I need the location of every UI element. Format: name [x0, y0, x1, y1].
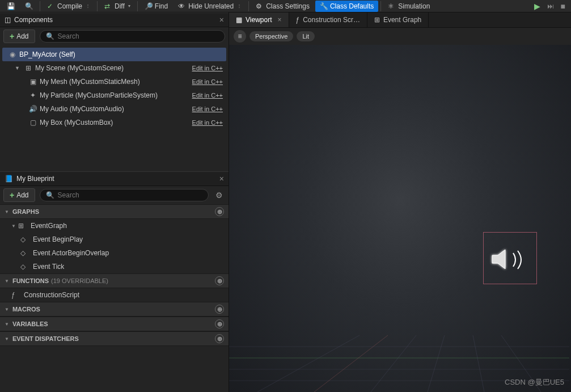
tab-construction[interactable]: ƒ Construction Scr… — [289, 12, 367, 27]
compile-button[interactable]: ✓ Compile ⋮ — [43, 1, 95, 12]
component-row[interactable]: ▣ My Mesh (MyCustomStaticMesh) Edit in C… — [2, 75, 226, 88]
add-blueprint-button[interactable]: + Add — [3, 188, 35, 202]
play-button[interactable]: ▶ — [531, 2, 544, 11]
tab-viewport[interactable]: ▦ Viewport × — [229, 12, 289, 27]
chevron-down-icon[interactable]: ⋮ — [86, 3, 90, 9]
add-graph-button[interactable]: ⊕ — [215, 207, 224, 216]
search-input[interactable] — [58, 32, 219, 40]
section-label: FUNCTIONS — [12, 277, 49, 284]
component-row[interactable]: ▼ ⊞ My Scene (MyCustomScene) Edit in C++ — [2, 61, 226, 75]
browse-button[interactable]: 🔍 — [20, 1, 37, 12]
edit-cpp-link[interactable]: Edit in C++ — [192, 106, 223, 112]
expand-icon[interactable]: ▼ — [5, 307, 9, 312]
eventgraph-row[interactable]: ▼ ⊞ EventGraph — [0, 219, 229, 233]
myblueprint-title: My Blueprint — [16, 175, 54, 183]
event-row[interactable]: ◇Event Tick — [0, 260, 229, 273]
tab-label: Event Graph — [383, 16, 421, 24]
blueprint-icon: 📘 — [5, 175, 13, 183]
hide-unrelated-label: Hide Unrelated — [188, 2, 234, 10]
constructionscript-row[interactable]: ƒ ConstructionScript — [0, 288, 229, 302]
find-icon: 🔎 — [145, 2, 153, 10]
audio-component-gizmo[interactable] — [483, 232, 537, 284]
simulation-button[interactable]: ⚛ Simulation — [383, 1, 434, 12]
chevron-down-icon[interactable]: ▾ — [128, 3, 130, 9]
edit-cpp-link[interactable]: Edit in C++ — [192, 78, 223, 85]
expand-icon[interactable]: ▼ — [5, 336, 9, 342]
expand-icon[interactable]: ▼ — [15, 65, 22, 71]
diff-button[interactable]: ⇄ Diff ▾ — [100, 1, 135, 12]
compile-label: Compile — [57, 2, 82, 10]
component-name: My Scene (MyCustomScene) — [35, 64, 192, 72]
add-label: Add — [16, 191, 28, 199]
constructionscript-label: ConstructionScript — [24, 291, 79, 299]
class-defaults-label: Class Defaults — [330, 2, 374, 10]
edit-cpp-link[interactable]: Edit in C++ — [192, 92, 223, 99]
graphs-section[interactable]: ▼ GRAPHS ⊕ — [0, 204, 229, 219]
edit-cpp-link[interactable]: Edit in C++ — [192, 119, 223, 126]
variables-section[interactable]: ▼ VARIABLES ⊕ — [0, 317, 229, 331]
wrench-icon: 🔧 — [320, 2, 328, 10]
search-icon: 🔍 — [46, 32, 54, 40]
close-icon[interactable]: × — [219, 174, 224, 183]
stop-button[interactable]: ■ — [557, 2, 569, 11]
save-button[interactable]: 💾 — [2, 1, 19, 12]
viewport-menu[interactable]: ≡ — [234, 30, 246, 43]
class-defaults-button[interactable]: 🔧 Class Defaults — [315, 1, 378, 12]
find-button[interactable]: 🔎 Find — [140, 1, 172, 12]
find-label: Find — [155, 2, 168, 10]
close-icon[interactable]: × — [219, 15, 224, 24]
expand-icon[interactable]: ▼ — [5, 322, 9, 327]
dispatchers-section[interactable]: ▼ EVENT DISPATCHERS ⊕ — [0, 331, 229, 346]
add-dispatcher-button[interactable]: ⊕ — [215, 334, 224, 343]
plus-icon: + — [10, 191, 14, 200]
myblueprint-tab[interactable]: 📘My Blueprint × — [0, 171, 229, 186]
chevron-down-icon[interactable]: ⋮ — [237, 3, 242, 9]
hide-unrelated-button[interactable]: 👁 Hide Unrelated ⋮ — [174, 1, 246, 12]
tab-eventgraph[interactable]: ⊞ Event Graph — [367, 12, 429, 27]
component-name: My Particle (MyCustomParticleSystem) — [40, 91, 192, 99]
mesh-icon: ▣ — [28, 77, 37, 86]
expand-icon[interactable]: ▼ — [5, 209, 9, 214]
event-row[interactable]: ◇Event BeginPlay — [0, 233, 229, 246]
soundwave-icon — [511, 248, 528, 271]
functions-section[interactable]: ▼ FUNCTIONS (19 OVERRIDABLE) ⊕ — [0, 273, 229, 288]
lit-dropdown[interactable]: Lit — [297, 31, 315, 41]
component-root[interactable]: ◉ BP_MyActor (Self) — [2, 48, 226, 61]
eye-icon: 👁 — [178, 2, 186, 10]
gear-icon: ⚙ — [256, 2, 264, 10]
add-variable-button[interactable]: ⊕ — [215, 319, 224, 328]
add-macro-button[interactable]: ⊕ — [215, 305, 224, 314]
viewport-tabs: ▦ Viewport × ƒ Construction Scr… ⊞ Event… — [229, 12, 571, 28]
component-name: My Mesh (MyCustomStaticMesh) — [40, 78, 192, 86]
search-input[interactable] — [58, 191, 202, 199]
components-tab[interactable]: ◫Components × — [0, 12, 229, 27]
gear-icon[interactable]: ⚙ — [213, 191, 225, 200]
step-button[interactable]: ⏭ — [545, 2, 556, 10]
event-row[interactable]: ◇Event ActorBeginOverlap — [0, 246, 229, 260]
component-row[interactable]: ▢ My Box (MyCustomBox) Edit in C++ — [2, 116, 226, 129]
close-icon[interactable]: × — [277, 16, 281, 24]
event-icon: ◇ — [20, 263, 29, 271]
components-search[interactable]: 🔍 — [40, 30, 225, 43]
class-settings-button[interactable]: ⚙ Class Settings — [251, 1, 314, 12]
add-component-button[interactable]: + Add — [3, 29, 35, 43]
edit-cpp-link[interactable]: Edit in C++ — [192, 65, 223, 71]
component-row[interactable]: ✦ My Particle (MyCustomParticleSystem) E… — [2, 88, 226, 102]
expand-icon[interactable]: ▼ — [11, 224, 16, 229]
perspective-dropdown[interactable]: Perspective — [249, 31, 293, 41]
tab-label: Viewport — [246, 16, 272, 24]
blueprint-search[interactable]: 🔍 — [40, 189, 209, 201]
scene-icon: ⊞ — [24, 64, 33, 73]
function-icon: ƒ — [296, 16, 300, 24]
add-function-button[interactable]: ⊕ — [215, 276, 224, 285]
tab-label: Construction Scr… — [303, 16, 360, 24]
expand-icon[interactable]: ▼ — [5, 279, 9, 284]
component-name: My Audio (MyCustomAudio) — [40, 105, 192, 113]
particle-icon: ✦ — [28, 91, 37, 100]
macros-section[interactable]: ▼ MACROS ⊕ — [0, 302, 229, 317]
diff-icon: ⇄ — [104, 2, 112, 10]
event-label: Event Tick — [33, 263, 64, 271]
component-row[interactable]: 🔊 My Audio (MyCustomAudio) Edit in C++ — [2, 102, 226, 116]
simulation-icon: ⚛ — [388, 2, 396, 10]
viewport-3d[interactable]: CSDN @曼巴UE5 — [229, 45, 571, 392]
